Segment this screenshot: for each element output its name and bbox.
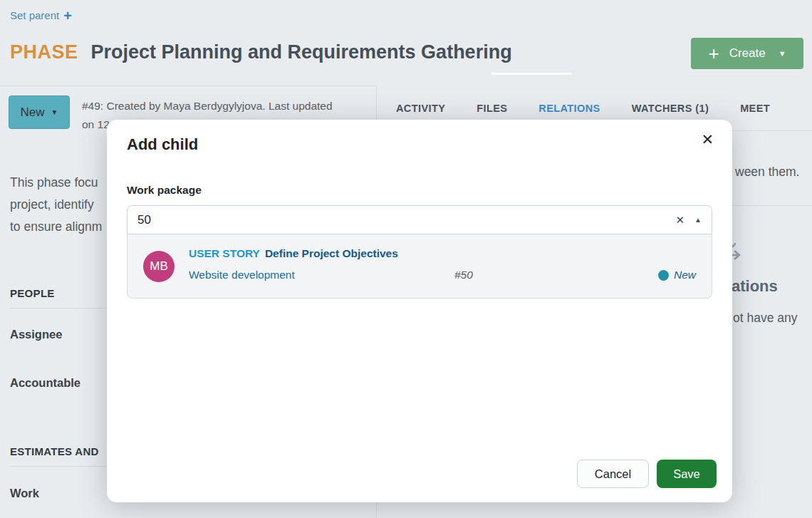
chevron-down-icon: ▼ <box>51 108 58 116</box>
relations-empty-heading: ations <box>732 277 778 296</box>
cancel-button[interactable]: Cancel <box>577 460 649 488</box>
tab-relations[interactable]: RELATIONS <box>538 103 600 114</box>
save-button[interactable]: Save <box>657 460 717 488</box>
result-project: Website development <box>189 269 454 281</box>
create-button[interactable]: + Create ▼ <box>691 38 803 69</box>
tab-watchers[interactable]: WATCHERS (1) <box>632 103 709 114</box>
work-package-search-input[interactable] <box>127 213 670 227</box>
people-section-header: PEOPLE <box>10 287 55 299</box>
tab-bar: ACTIVITY FILES RELATIONS WATCHERS (1) ME… <box>396 103 770 114</box>
set-parent-link[interactable]: Set parent + <box>10 9 72 21</box>
chevron-down-icon: ▼ <box>779 49 786 58</box>
result-title-line: USER STORYDefine Project Objectives <box>189 247 398 260</box>
work-package-type-label[interactable]: PHASE <box>10 41 78 63</box>
divider <box>0 86 376 86</box>
result-id: #50 <box>454 269 473 281</box>
result-meta-line: Website development #50 New <box>189 269 696 281</box>
clear-icon[interactable]: ✕ <box>670 214 691 227</box>
result-status: New <box>658 269 696 281</box>
tab-activity[interactable]: ACTIVITY <box>396 103 445 114</box>
autocomplete-results: MB USER STORYDefine Project Objectives W… <box>127 234 712 299</box>
work-package-header: PHASE Project Planning and Requirements … <box>10 41 512 63</box>
title-underline <box>491 73 571 75</box>
dialog-title: Add child <box>127 135 198 154</box>
set-parent-label: Set parent <box>10 9 59 21</box>
work-label[interactable]: Work <box>10 487 39 500</box>
plus-icon: + <box>63 11 72 21</box>
work-package-title[interactable]: Project Planning and Requirements Gather… <box>91 41 512 63</box>
create-button-label: Create <box>729 46 766 61</box>
tab-meetings[interactable]: MEET <box>740 103 770 114</box>
chevron-up-icon[interactable]: ▲ <box>690 216 712 224</box>
status-label: New <box>21 105 45 120</box>
meta-line-1: #49: Created by Maya Berdygylyjova. Last… <box>82 97 353 115</box>
status-dot-icon <box>658 270 669 281</box>
work-package-option[interactable]: MB USER STORYDefine Project Objectives W… <box>127 234 712 298</box>
assignee-label[interactable]: Assignee <box>10 328 62 341</box>
relations-arrows-icon <box>731 242 745 272</box>
status-dropdown-button[interactable]: New ▼ <box>9 95 70 129</box>
relations-info-text: ween them. <box>735 165 799 180</box>
result-status-label: New <box>674 269 696 281</box>
plus-icon: + <box>708 46 719 61</box>
description-text: This phase focu project, identify to ens… <box>10 172 102 238</box>
accountable-label[interactable]: Accountable <box>10 376 80 390</box>
result-title: Define Project Objectives <box>265 247 398 259</box>
avatar: MB <box>143 251 175 282</box>
close-icon[interactable]: ✕ <box>701 131 714 148</box>
dialog-footer: Cancel Save <box>577 460 717 488</box>
tab-files[interactable]: FILES <box>477 103 507 114</box>
result-type: USER STORY <box>189 247 260 259</box>
estimates-section-header: ESTIMATES AND <box>10 445 99 457</box>
work-package-combobox[interactable]: ✕ ▲ <box>127 205 712 234</box>
add-child-dialog: Add child ✕ Work package ✕ ▲ MB USER STO… <box>107 120 732 502</box>
relations-empty-text: ot have any <box>733 311 797 326</box>
work-package-field-label: Work package <box>127 184 202 197</box>
